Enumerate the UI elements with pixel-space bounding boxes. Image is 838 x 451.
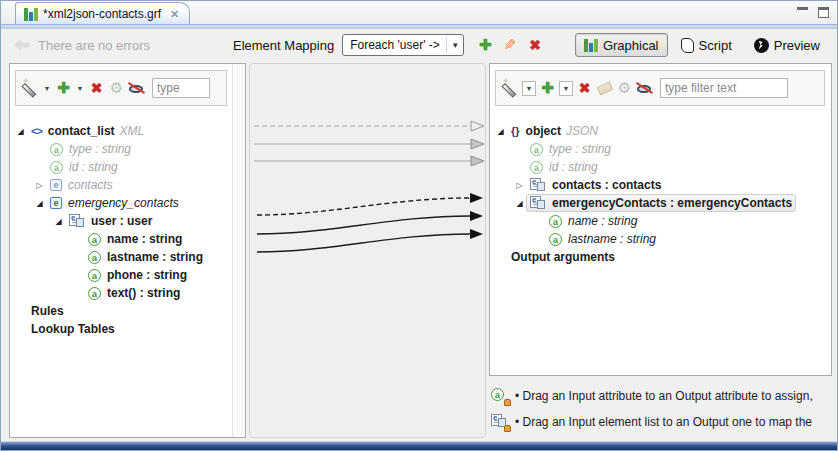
status-message: There are no errors bbox=[13, 30, 150, 60]
attribute-icon: a bbox=[88, 287, 101, 300]
mapping-editor-window: *xml2json-contacts.grf ✕ There are no er… bbox=[0, 0, 838, 451]
close-icon[interactable]: ✕ bbox=[170, 8, 179, 21]
view-button-graphical[interactable]: Graphical bbox=[575, 33, 668, 57]
view-button-label: Script bbox=[699, 38, 732, 53]
attribute-icon: a bbox=[88, 269, 101, 282]
tree-item-type-string[interactable]: atype : string bbox=[12, 140, 229, 158]
tree-item-content: eemergency_contacts bbox=[46, 194, 183, 212]
view-button-preview[interactable]: Preview bbox=[745, 33, 829, 57]
tree-item-type-string[interactable]: atype : string bbox=[492, 140, 815, 158]
dropdown-arrow-icon[interactable]: ▼ bbox=[42, 85, 52, 92]
dropdown-arrow-boxed-icon[interactable]: ▼ bbox=[559, 81, 573, 96]
collapse-icon[interactable]: ◢ bbox=[52, 217, 65, 226]
dropdown-arrow-icon[interactable]: ▼ bbox=[75, 85, 85, 92]
tree-item-content: econtacts bbox=[46, 176, 117, 194]
collapse-icon[interactable]: ◢ bbox=[513, 199, 526, 208]
tree-item-contact-list[interactable]: ◢<>contact_listXML bbox=[12, 122, 229, 140]
input-tree-scrollbar[interactable] bbox=[232, 64, 245, 437]
gear-icon[interactable]: ⚙ bbox=[616, 80, 633, 97]
tree-item-rules[interactable]: Rules bbox=[12, 302, 229, 320]
tree-item-label: Output arguments bbox=[511, 250, 615, 264]
tree-item-user-user[interactable]: ◢user : user bbox=[12, 212, 229, 230]
mapping-arrowhead bbox=[470, 229, 483, 239]
tree-item-id-string[interactable]: aid : string bbox=[492, 158, 815, 176]
output-filter-field[interactable] bbox=[660, 78, 788, 98]
tab-xml2json-contacts[interactable]: *xml2json-contacts.grf ✕ bbox=[15, 2, 190, 25]
mapping-arrowhead bbox=[471, 139, 484, 149]
collapse-icon[interactable]: ◢ bbox=[33, 199, 46, 208]
delete-mapping-icon[interactable]: ✖ bbox=[526, 36, 544, 54]
tree-item-content: Lookup Tables bbox=[27, 320, 119, 338]
xml-element-icon: <> bbox=[31, 125, 42, 137]
tree-item-content: aname : string bbox=[545, 212, 641, 230]
edit-mapping-icon[interactable]: ✎ bbox=[501, 36, 519, 54]
tree-item-label: Rules bbox=[31, 304, 64, 318]
mapping-combo[interactable]: Foreach 'user' -> ▼ bbox=[342, 34, 464, 56]
output-tree-panel: ▼✚▼✖⚙ ◢{}objectJSONatype : stringaid : s… bbox=[489, 63, 832, 438]
add-icon[interactable]: ✚ bbox=[55, 80, 72, 97]
mapping-canvas[interactable] bbox=[249, 63, 486, 438]
tree-item-label: contacts bbox=[68, 178, 113, 192]
tree-item-label: contacts : contacts bbox=[552, 178, 661, 192]
script-view-icon bbox=[681, 38, 694, 53]
tree-item-lookup-tables[interactable]: Lookup Tables bbox=[12, 320, 229, 338]
tree-item-label: type : string bbox=[69, 142, 131, 156]
expand-icon[interactable]: ▷ bbox=[513, 181, 526, 190]
tree-item-name-string[interactable]: aname : string bbox=[492, 212, 815, 230]
tree-item-object[interactable]: ◢{}objectJSON bbox=[492, 122, 815, 140]
mapping-lines bbox=[250, 64, 485, 437]
minimize-icon[interactable] bbox=[797, 7, 808, 16]
hint-text: • Drag an Input element list to an Outpu… bbox=[515, 415, 812, 429]
delete-icon[interactable]: ✖ bbox=[576, 80, 593, 97]
tree-item-content: alastname : string bbox=[84, 248, 207, 266]
input-filter-field[interactable] bbox=[152, 78, 210, 98]
collapse-icon[interactable]: ◢ bbox=[14, 127, 27, 136]
tree-item-content: emergencyContacts : emergencyContacts bbox=[526, 194, 796, 212]
add-icon[interactable]: ✚ bbox=[539, 80, 556, 97]
tree-item-lastname-string[interactable]: alastname : string bbox=[12, 248, 229, 266]
attribute-icon: a bbox=[50, 143, 63, 156]
delete-icon[interactable]: ✖ bbox=[88, 80, 105, 97]
eraser-icon[interactable] bbox=[596, 80, 613, 97]
tree-item-text-string[interactable]: atext() : string bbox=[12, 284, 229, 302]
format-badge: JSON bbox=[566, 124, 598, 138]
tree-item-label: object bbox=[526, 124, 561, 138]
gear-icon[interactable]: ⚙ bbox=[108, 80, 125, 97]
attribute-icon: a bbox=[549, 233, 562, 246]
tree-item-label: user : user bbox=[91, 214, 152, 228]
tree-item-emergency-contacts[interactable]: ◢eemergency_contacts bbox=[12, 194, 229, 212]
hide-attributes-icon[interactable] bbox=[636, 80, 653, 97]
attribute-drag-icon: a bbox=[491, 388, 508, 403]
view-button-script[interactable]: Script bbox=[672, 33, 741, 57]
tree-item-content: Rules bbox=[27, 302, 68, 320]
tree-item-emergencycontacts-emergencycontacts[interactable]: ◢emergencyContacts : emergencyContacts bbox=[492, 194, 815, 212]
expand-icon[interactable]: ▷ bbox=[33, 181, 46, 190]
input-tree: ◢<>contact_listXMLatype : stringaid : st… bbox=[12, 122, 229, 338]
tree-item-label: lastname : string bbox=[568, 232, 656, 246]
collapse-icon[interactable]: ◢ bbox=[494, 127, 507, 136]
hide-attributes-icon[interactable] bbox=[128, 80, 145, 97]
dropdown-arrow-boxed-icon[interactable]: ▼ bbox=[522, 81, 536, 96]
element-list-drag-icon bbox=[491, 414, 508, 429]
tree-item-output-arguments[interactable]: Output arguments bbox=[492, 248, 815, 266]
tree-item-name-string[interactable]: aname : string bbox=[12, 230, 229, 248]
tree-item-phone-string[interactable]: aphone : string bbox=[12, 266, 229, 284]
tree-item-content: alastname : string bbox=[545, 230, 660, 248]
tree-item-label: Lookup Tables bbox=[31, 322, 115, 336]
tree-item-id-string[interactable]: aid : string bbox=[12, 158, 229, 176]
view-button-label: Preview bbox=[774, 38, 820, 53]
window-bottom-edge bbox=[1, 441, 837, 450]
input-tree-panel: ▼✚▼✖⚙ ◢<>contact_listXMLatype : stringai… bbox=[9, 63, 246, 438]
format-badge: XML bbox=[120, 124, 145, 138]
tree-item-contacts[interactable]: ▷econtacts bbox=[12, 176, 229, 194]
tree-item-lastname-string[interactable]: alastname : string bbox=[492, 230, 815, 248]
mapping-arrowhead bbox=[471, 121, 484, 131]
maximize-icon[interactable] bbox=[818, 7, 829, 18]
tree-item-label: lastname : string bbox=[107, 250, 203, 264]
tree-item-label: emergencyContacts : emergencyContacts bbox=[552, 196, 792, 210]
tree-item-contacts-contacts[interactable]: ▷contacts : contacts bbox=[492, 176, 815, 194]
tree-item-label: phone : string bbox=[107, 268, 187, 282]
mapping-arrowhead bbox=[470, 211, 483, 221]
mapping-line bbox=[257, 198, 470, 215]
add-mapping-icon[interactable]: ✚ bbox=[476, 36, 494, 54]
